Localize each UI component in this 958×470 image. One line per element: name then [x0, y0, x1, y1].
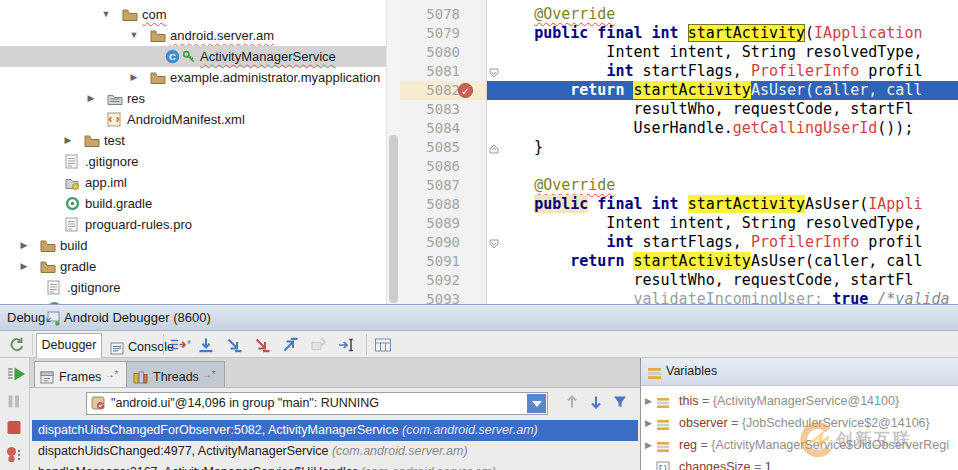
- gutter-line-5080[interactable]: 5080: [400, 43, 486, 62]
- step-out-icon[interactable]: [281, 336, 299, 354]
- gutter-line-5091[interactable]: 5091: [400, 252, 486, 271]
- collapsed-arrow-icon[interactable]: ▶: [18, 235, 30, 256]
- tree-item-com[interactable]: ▼com: [0, 4, 400, 25]
- code-line-5090[interactable]: int startFlags, ProfilerInfo profil: [487, 233, 958, 252]
- gutter-line-5086[interactable]: 5086: [400, 157, 486, 176]
- code-line-5088[interactable]: public final int startActivityAsUser(IAp…: [487, 195, 958, 214]
- code-line-5093[interactable]: validateIncomingUser: true /*valida: [487, 290, 958, 304]
- stack-frame-row[interactable]: dispatchUidsChanged:4977, ActivityManage…: [32, 441, 638, 462]
- code-line-5082[interactable]: return startActivityAsUser(caller, call: [487, 81, 958, 100]
- code-line-5087[interactable]: @Override: [487, 176, 958, 195]
- code-token: IApplication: [814, 24, 922, 42]
- code-line-5080[interactable]: Intent intent, String resolvedType,: [487, 43, 958, 62]
- stack-frame-row[interactable]: handleMessage:2167, ActivityManagerServi…: [32, 462, 638, 470]
- tree-item-test[interactable]: ▶test: [0, 130, 400, 151]
- tree-item-androidmanifest-xml[interactable]: AndroidManifest.xml: [0, 109, 400, 130]
- stop-icon[interactable]: [6, 420, 24, 436]
- tab-debugger[interactable]: Debugger: [36, 333, 102, 358]
- fold-marker-icon[interactable]: [488, 236, 500, 248]
- breakpoint-icon[interactable]: ✓: [458, 83, 473, 98]
- tab-threads[interactable]: Threads→*: [126, 361, 225, 387]
- code-line-5086[interactable]: [487, 157, 958, 176]
- code-line-5089[interactable]: Intent intent, String resolvedType,: [487, 214, 958, 233]
- tree-item-proguard-rules-pro[interactable]: proguard-rules.pro: [0, 214, 400, 235]
- stack-frames-list[interactable]: dispatchUidsChangedForObserver:5082, Act…: [30, 420, 640, 470]
- resume-icon[interactable]: [6, 366, 24, 382]
- gutter-line-5084[interactable]: 5084: [400, 119, 486, 138]
- tab-frames[interactable]: Frames→*: [34, 361, 127, 387]
- debug-session-tab[interactable]: Android Debugger (8600): [64, 310, 211, 325]
- stack-frame-row[interactable]: dispatchUidsChangedForObserver:5082, Act…: [32, 420, 638, 441]
- thread-selector-dropdown[interactable]: "android.ui"@14,096 in group "main": RUN…: [86, 392, 548, 415]
- fold-marker-icon[interactable]: [488, 65, 500, 77]
- expand-arrow-icon[interactable]: ▶: [645, 434, 652, 456]
- gutter-line-5079[interactable]: 5079: [400, 24, 486, 43]
- gutter-line-5093[interactable]: 5093: [400, 290, 486, 304]
- gutter-line-5085[interactable]: 5085: [400, 138, 486, 157]
- code-token: ProfilerInfo: [751, 233, 859, 251]
- tree-item--gitignore[interactable]: .gitignore: [0, 151, 400, 172]
- view-breakpoints-icon[interactable]: [6, 446, 24, 462]
- code-line-5079[interactable]: public final int startActivity(IApplicat…: [487, 24, 958, 43]
- variable-row-changesSize[interactable]: changesSize = 1: [641, 456, 958, 470]
- gutter-line-5089[interactable]: 5089: [400, 214, 486, 233]
- show-execution-point-icon[interactable]: [169, 336, 187, 354]
- force-step-into-icon[interactable]: [253, 336, 271, 354]
- tree-item-activitymanagerservice[interactable]: CActivityManagerService: [0, 46, 400, 67]
- gutter-line-5087[interactable]: 5087: [400, 176, 486, 195]
- rerun-icon[interactable]: [8, 336, 26, 354]
- move-down-icon[interactable]: [588, 394, 606, 412]
- gutter-line-5082[interactable]: 5082✓: [400, 81, 486, 100]
- line-number: 5084: [426, 119, 460, 138]
- variable-row-observer[interactable]: ▶observer = {JobSchedulerService$2@14106…: [641, 412, 958, 434]
- pause-icon[interactable]: [6, 394, 24, 410]
- expand-arrow-icon[interactable]: ▶: [645, 412, 652, 434]
- gutter-line-5083[interactable]: 5083: [400, 100, 486, 119]
- code-line-5078[interactable]: @Override: [487, 5, 958, 24]
- step-into-icon[interactable]: [225, 336, 243, 354]
- tree-item-gradle[interactable]: ▶gradle: [0, 256, 400, 277]
- code-line-5083[interactable]: resultWho, requestCode, startFl: [487, 100, 958, 119]
- gutter-line-5092[interactable]: 5092: [400, 271, 486, 290]
- tree-item-build-gradle[interactable]: build.gradle: [0, 193, 400, 214]
- collapsed-arrow-icon[interactable]: ▶: [18, 256, 30, 277]
- tree-item--gitignore[interactable]: .gitignore: [0, 277, 400, 298]
- collapsed-arrow-icon[interactable]: ▶: [62, 130, 74, 151]
- fold-marker-icon[interactable]: [488, 141, 500, 153]
- expanded-arrow-icon[interactable]: ▼: [100, 4, 112, 25]
- code-line-5081[interactable]: int startFlags, ProfilerInfo profil: [487, 62, 958, 81]
- expand-arrow-icon[interactable]: ▶: [645, 390, 652, 412]
- iml-file-icon: [65, 175, 81, 191]
- expanded-arrow-icon[interactable]: ▼: [128, 25, 140, 46]
- gutter-line-5088[interactable]: 5088: [400, 195, 486, 214]
- drop-frame-icon[interactable]: [309, 336, 327, 354]
- scrollbar-thumb[interactable]: [389, 135, 398, 303]
- code-line-5091[interactable]: return startActivityAsUser(caller, call: [487, 252, 958, 271]
- evaluate-expression-icon[interactable]: [374, 336, 392, 354]
- tree-item-res[interactable]: ▶res: [0, 88, 400, 109]
- step-over-icon[interactable]: [197, 336, 215, 354]
- editor-gutter[interactable]: 50785079508050815082✓5083508450855086508…: [400, 0, 487, 304]
- run-to-cursor-icon[interactable]: [337, 336, 355, 354]
- tree-item-app-iml[interactable]: app.iml: [0, 172, 400, 193]
- project-tree-scrollbar[interactable]: [386, 0, 400, 304]
- project-tree[interactable]: ▼com▼android.server.amCActivityManagerSe…: [0, 0, 400, 304]
- collapsed-arrow-icon[interactable]: ▶: [85, 88, 97, 109]
- dropdown-arrow-icon[interactable]: [527, 394, 546, 413]
- filter-frames-icon[interactable]: [612, 394, 630, 412]
- tree-item-example-administrator-myapplication[interactable]: ▶example.administrator.myapplication: [0, 67, 400, 88]
- variable-row-this[interactable]: ▶this = {ActivityManagerService@14100}: [641, 390, 958, 412]
- gutter-line-5078[interactable]: 5078: [400, 5, 486, 24]
- code-line-5085[interactable]: }: [487, 138, 958, 157]
- variable-row-reg[interactable]: ▶reg = {ActivityManagerService$UidObserv…: [641, 434, 958, 456]
- move-up-icon[interactable]: [564, 394, 582, 412]
- gutter-line-5090[interactable]: 5090: [400, 233, 486, 252]
- tree-item-build[interactable]: ▶build: [0, 235, 400, 256]
- code-line-5092[interactable]: resultWho, requestCode, startFl: [487, 271, 958, 290]
- code-line-5084[interactable]: UserHandle.getCallingUserId());: [487, 119, 958, 138]
- android-studio-debug-window: ▼com▼android.server.amCActivityManagerSe…: [0, 0, 958, 470]
- collapsed-arrow-icon[interactable]: ▶: [128, 67, 140, 88]
- code-editor[interactable]: 50785079508050815082✓5083508450855086508…: [400, 0, 958, 304]
- tree-item-android-server-am[interactable]: ▼android.server.am: [0, 25, 400, 46]
- gutter-line-5081[interactable]: 5081: [400, 62, 486, 81]
